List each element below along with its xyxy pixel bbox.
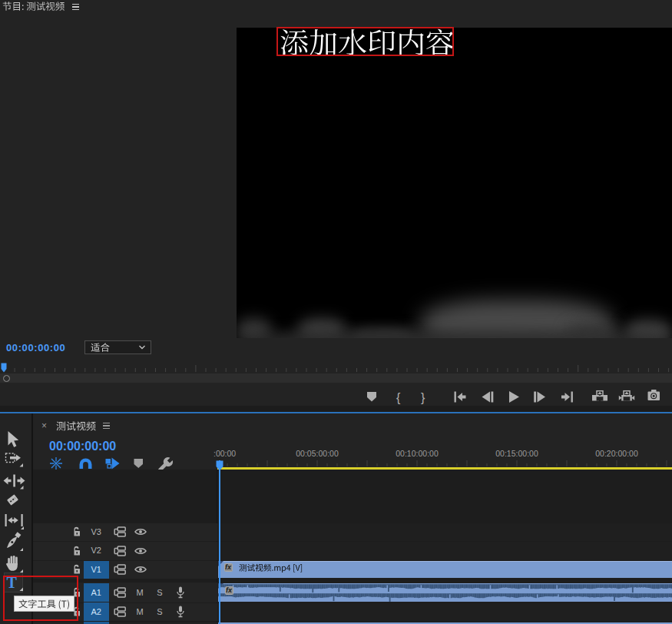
svg-text:{: {: [396, 391, 401, 404]
svg-text:}: }: [421, 391, 425, 404]
